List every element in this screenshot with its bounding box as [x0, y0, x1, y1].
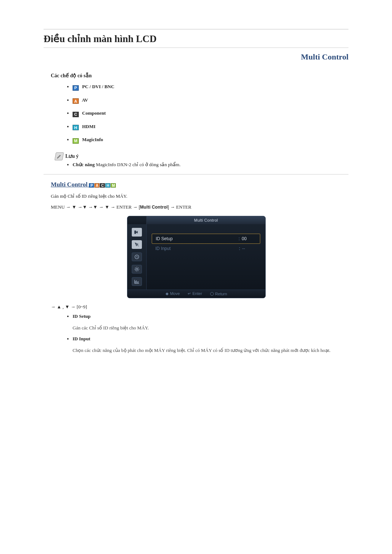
- divider: [44, 29, 348, 29]
- modes-heading: Các chế độ có sẵn: [51, 73, 348, 79]
- osd-spacer: [152, 253, 260, 273]
- modes-list: P PC / DVI / BNC A AV C Component H HDMI…: [73, 84, 348, 144]
- mode-label: MagicInfo: [82, 137, 103, 142]
- badge-a-icon: A: [94, 183, 99, 188]
- osd-clock-icon: [132, 253, 142, 261]
- note-list: Chức năng MagicInfo DXN-2 chỉ có ở dòng …: [73, 162, 348, 168]
- mode-badge-c-icon: C: [73, 112, 79, 117]
- osd-row-colon: :: [237, 246, 242, 251]
- mode-label: PC / DVI / BNC: [82, 84, 114, 89]
- mode-label: Component: [82, 110, 106, 116]
- osd-main: ID Setup : 00 ID Input : --: [147, 224, 265, 290]
- definition-term: ID Input: [73, 336, 90, 342]
- osd-row-id-input: ID Input : --: [152, 244, 260, 253]
- mode-badge-m-icon: M: [73, 138, 79, 144]
- badge-p-icon: P: [89, 183, 94, 188]
- note-heading-text: Lưu ý: [65, 153, 79, 159]
- osd-title: Multi Control: [150, 218, 262, 222]
- osd-title-bar: Multi Control: [127, 216, 265, 224]
- enter-icon: ↵: [188, 291, 191, 296]
- osd-footer: ◆Move ↵Enter Return: [127, 290, 265, 298]
- osd-footer-enter: ↵Enter: [188, 291, 202, 296]
- badge-c-icon: C: [100, 183, 105, 188]
- osd-source-icon: [132, 228, 142, 237]
- osd-sidebar: [127, 224, 147, 290]
- note-bold: Chức năng: [73, 162, 95, 167]
- definition-desc: Gán các Chỉ số ID riêng biệt cho MÁY.: [73, 324, 348, 332]
- multi-control-heading-text: Multi Control: [51, 181, 87, 188]
- osd-row-id-setup: ID Setup : 00: [152, 234, 260, 244]
- definition-desc: Chọn các chức năng của bộ phát cho một M…: [73, 347, 348, 354]
- mode-badge-a-icon: A: [73, 98, 79, 104]
- definition-term: ID Setup: [73, 313, 91, 319]
- mode-item-av: A AV: [73, 97, 348, 104]
- menu-path-suffix: → ENTER: [170, 204, 191, 210]
- osd-screenshot: Multi Control: [127, 216, 265, 298]
- section-heading-right: Multi Control: [44, 52, 348, 62]
- menu-path-boxed: Multi Control: [139, 205, 169, 210]
- return-icon: [210, 292, 214, 296]
- badge-m-icon: M: [111, 183, 116, 188]
- osd-row-value: 00: [242, 236, 256, 241]
- page-title: Điều chỉnh màn hình LCD: [44, 33, 348, 45]
- section-intro: Gán mộ Chỉ số ID riêng biệt cho MÁY.: [51, 193, 348, 199]
- note-heading-row: Lưu ý: [55, 152, 348, 160]
- multi-control-heading: Multi Control PACHM: [51, 181, 348, 188]
- mode-label: AV: [82, 97, 88, 103]
- note-item: Chức năng MagicInfo DXN-2 chỉ có ở dòng …: [73, 162, 348, 168]
- osd-footer-return: Return: [210, 292, 227, 296]
- document-page: Điều chỉnh màn hình LCD Multi Control Cá…: [0, 0, 392, 554]
- osd-row-label: ID Input: [155, 246, 237, 251]
- osd-gear-icon: [132, 265, 142, 274]
- badge-h-icon: H: [105, 183, 110, 188]
- osd-pointer-icon: [132, 240, 142, 249]
- definition-item-id-setup: ID Setup Gán các Chỉ số ID riêng biệt ch…: [73, 313, 348, 332]
- svg-point-1: [136, 268, 138, 270]
- osd-row-label: ID Setup: [156, 236, 237, 241]
- osd-row-value: --: [242, 246, 257, 251]
- post-navigation-path: → ▲ , ▼ → [0~9]: [51, 304, 348, 310]
- osd-chart-icon: [132, 277, 142, 286]
- menu-path-prefix: MENU → ▼ →▼ →▼ → ▼ → ENTER →: [51, 204, 139, 210]
- diamond-move-icon: ◆: [166, 291, 168, 296]
- menu-navigation-path: MENU → ▼ →▼ →▼ → ▼ → ENTER → Multi Contr…: [51, 204, 348, 210]
- mode-badge-h-icon: H: [73, 125, 79, 130]
- osd-panel: Multi Control: [127, 216, 266, 298]
- note-text: MagicInfo DXN-2 chỉ có ở dòng sản phẩm.: [95, 162, 180, 167]
- osd-row-colon: :: [237, 236, 242, 241]
- mode-label: HDMI: [82, 124, 95, 129]
- mode-item-pc: P PC / DVI / BNC: [73, 84, 348, 91]
- definition-item-id-input: ID Input Chọn các chức năng của bộ phát …: [73, 336, 348, 354]
- pencil-note-icon: [54, 152, 64, 160]
- mode-item-magicinfo: M MagicInfo: [73, 137, 348, 144]
- definition-list: ID Setup Gán các Chỉ số ID riêng biệt ch…: [73, 313, 348, 354]
- divider: [44, 48, 348, 48]
- osd-footer-move: ◆Move: [166, 291, 180, 296]
- mode-item-component: C Component: [73, 110, 348, 117]
- osd-header-corner: [127, 216, 147, 224]
- osd-body: ID Setup : 00 ID Input : --: [127, 224, 265, 290]
- divider: [44, 174, 348, 175]
- mode-item-hdmi: H HDMI: [73, 124, 348, 131]
- mode-badge-p-icon: P: [73, 85, 79, 91]
